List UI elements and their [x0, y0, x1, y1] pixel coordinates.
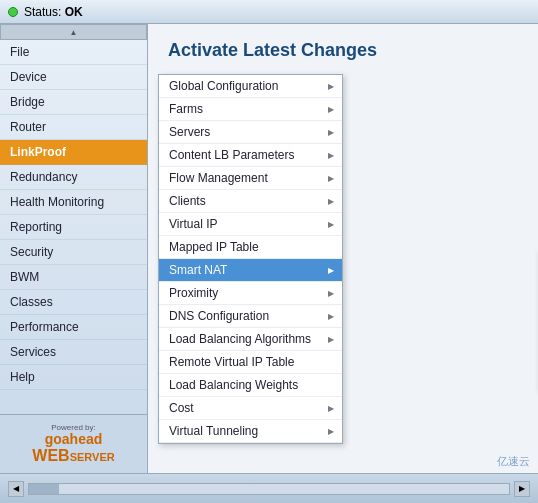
menu-label-mapped-ip-table: Mapped IP Table — [169, 240, 259, 254]
menu-item-load-balancing-weights[interactable]: Load Balancing Weights — [159, 374, 342, 397]
menu-item-smart-nat[interactable]: Smart NAT▶ — [159, 259, 342, 282]
sidebar-scroll-up[interactable]: ▲ — [0, 24, 147, 40]
menu-label-remote-virtual-ip: Remote Virtual IP Table — [169, 355, 294, 369]
menu-item-clients[interactable]: Clients▶ — [159, 190, 342, 213]
menu-arrow-virtual-ip: ▶ — [328, 220, 334, 229]
menu-arrow-content-lb: ▶ — [328, 151, 334, 160]
menu-arrow-virtual-tunneling: ▶ — [328, 427, 334, 436]
menu-label-flow-management: Flow Management — [169, 171, 268, 185]
menu-arrow-farms: ▶ — [328, 105, 334, 114]
menu-item-cost[interactable]: Cost▶ — [159, 397, 342, 420]
watermark: 亿速云 — [497, 454, 530, 469]
menu-container: Global Configuration▶Farms▶Servers▶Conte… — [158, 74, 343, 444]
sidebar-item-performance[interactable]: Performance — [0, 315, 147, 340]
scroll-track[interactable] — [28, 483, 510, 495]
status-indicator — [8, 7, 18, 17]
sidebar-footer: Powered by: goahead WEBSERVER — [0, 414, 147, 473]
menu-arrow-cost: ▶ — [328, 404, 334, 413]
sidebar-item-security[interactable]: Security — [0, 240, 147, 265]
menu-label-farms: Farms — [169, 102, 203, 116]
sidebar: ▲ FileDeviceBridgeRouterLinkProofRedunda… — [0, 24, 148, 473]
menu-item-remote-virtual-ip[interactable]: Remote Virtual IP Table — [159, 351, 342, 374]
main-layout: ▲ FileDeviceBridgeRouterLinkProofRedunda… — [0, 24, 538, 473]
primary-menu: Global Configuration▶Farms▶Servers▶Conte… — [158, 74, 343, 444]
sidebar-item-device[interactable]: Device — [0, 65, 147, 90]
scroll-right-btn[interactable]: ▶ — [514, 481, 530, 497]
menu-item-servers[interactable]: Servers▶ — [159, 121, 342, 144]
menu-arrow-flow-management: ▶ — [328, 174, 334, 183]
menu-label-dns-config: DNS Configuration — [169, 309, 269, 323]
sidebar-item-redundancy[interactable]: Redundancy — [0, 165, 147, 190]
page-title: Activate Latest Changes — [168, 40, 518, 61]
menu-label-load-balancing-weights: Load Balancing Weights — [169, 378, 298, 392]
status-label: Status: OK — [24, 5, 83, 19]
menu-item-proximity[interactable]: Proximity▶ — [159, 282, 342, 305]
scroll-left-btn[interactable]: ◀ — [8, 481, 24, 497]
content-area: Activate Latest Changes Global Configura… — [148, 24, 538, 473]
sidebar-item-bridge[interactable]: Bridge — [0, 90, 147, 115]
menu-arrow-servers: ▶ — [328, 128, 334, 137]
menu-arrow-global-config: ▶ — [328, 82, 334, 91]
sidebar-item-health-monitoring[interactable]: Health Monitoring — [0, 190, 147, 215]
menu-label-content-lb: Content LB Parameters — [169, 148, 294, 162]
menu-item-load-balancing-algo[interactable]: Load Balancing Algorithms▶ — [159, 328, 342, 351]
bottom-bar: ◀ ▶ — [0, 473, 538, 503]
sidebar-item-router[interactable]: Router — [0, 115, 147, 140]
scroll-thumb — [29, 484, 59, 494]
sidebar-item-bwm[interactable]: BWM — [0, 265, 147, 290]
menu-label-smart-nat: Smart NAT — [169, 263, 227, 277]
sidebar-item-services[interactable]: Services — [0, 340, 147, 365]
menu-label-virtual-tunneling: Virtual Tunneling — [169, 424, 258, 438]
menu-label-global-config: Global Configuration — [169, 79, 278, 93]
status-bar: Status: OK — [0, 0, 538, 24]
sidebar-item-linkproof[interactable]: LinkProof — [0, 140, 147, 165]
menu-arrow-proximity: ▶ — [328, 289, 334, 298]
sidebar-item-help[interactable]: Help — [0, 365, 147, 390]
menu-item-dns-config[interactable]: DNS Configuration▶ — [159, 305, 342, 328]
sidebar-item-classes[interactable]: Classes — [0, 290, 147, 315]
menu-item-flow-management[interactable]: Flow Management▶ — [159, 167, 342, 190]
sidebar-items: FileDeviceBridgeRouterLinkProofRedundanc… — [0, 40, 147, 414]
menu-item-virtual-ip[interactable]: Virtual IP▶ — [159, 213, 342, 236]
sidebar-item-file[interactable]: File — [0, 40, 147, 65]
menu-arrow-load-balancing-algo: ▶ — [328, 335, 334, 344]
menu-item-mapped-ip-table[interactable]: Mapped IP Table — [159, 236, 342, 259]
menu-label-servers: Servers — [169, 125, 210, 139]
menu-item-virtual-tunneling[interactable]: Virtual Tunneling▶ — [159, 420, 342, 443]
menu-label-cost: Cost — [169, 401, 194, 415]
menu-label-clients: Clients — [169, 194, 206, 208]
menu-item-global-config[interactable]: Global Configuration▶ — [159, 75, 342, 98]
brand-logo: goahead WEBSERVER — [8, 432, 139, 465]
menu-arrow-smart-nat: ▶ — [328, 266, 334, 275]
menu-item-content-lb[interactable]: Content LB Parameters▶ — [159, 144, 342, 167]
menu-label-virtual-ip: Virtual IP — [169, 217, 217, 231]
menu-label-proximity: Proximity — [169, 286, 218, 300]
sidebar-item-reporting[interactable]: Reporting — [0, 215, 147, 240]
menu-label-load-balancing-algo: Load Balancing Algorithms — [169, 332, 311, 346]
menu-arrow-clients: ▶ — [328, 197, 334, 206]
menu-item-farms[interactable]: Farms▶ — [159, 98, 342, 121]
menu-arrow-dns-config: ▶ — [328, 312, 334, 321]
